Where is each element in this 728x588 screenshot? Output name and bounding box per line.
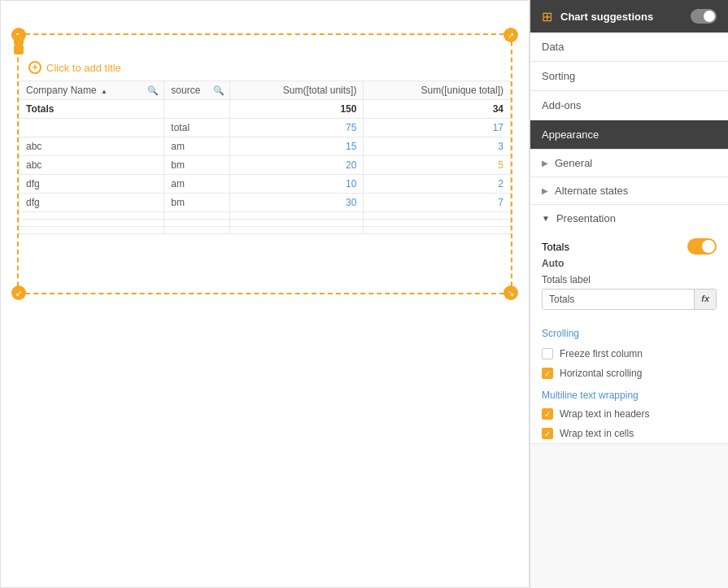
- table-row: [20, 212, 511, 220]
- table-row: abc bm 20 5: [20, 156, 511, 175]
- row1-sum-total: 75: [230, 119, 364, 137]
- handle-top-center[interactable]: [14, 35, 24, 45]
- handle-bottom-right[interactable]: ↘: [503, 285, 518, 300]
- table-row: [20, 220, 511, 227]
- nav-item-addons[interactable]: Add-ons: [530, 91, 728, 120]
- panel-header: ⊞ Chart suggestions: [530, 0, 728, 33]
- search-icon-company[interactable]: 🔍: [147, 85, 159, 96]
- accordion-general: ▶ General: [530, 150, 728, 177]
- accordion-alternate-states-label: Alternate states: [555, 185, 628, 197]
- nav-item-appearance[interactable]: Appearance: [530, 120, 728, 150]
- chevron-right-icon-2: ▶: [542, 186, 548, 195]
- col-sum-total-label: Sum([total units]): [283, 85, 357, 96]
- table-row: abc am 15 3: [20, 137, 511, 156]
- table-row: dfg bm 30 7: [20, 194, 511, 212]
- right-panel: ⊞ Chart suggestions Data Sorting Add-ons…: [530, 0, 728, 588]
- col-company-name: Company Name ▲ 🔍: [20, 81, 164, 100]
- row4-source: am: [164, 175, 230, 194]
- wrap-headers-row: ✓ Wrap text in headers: [530, 404, 728, 424]
- row4-sum-total: 10: [230, 175, 364, 194]
- table-row: dfg am 10 2: [20, 175, 511, 194]
- totals-toggle-label: Totals: [542, 241, 569, 253]
- row2-sum-total: 15: [230, 137, 364, 156]
- col-source-label: source: [171, 85, 200, 96]
- col-source: source 🔍: [164, 81, 230, 100]
- panel-title: Chart suggestions: [560, 11, 682, 23]
- totals-label-section: Totals label fx: [542, 274, 717, 310]
- row5-company: dfg: [20, 194, 164, 212]
- row3-source: bm: [164, 156, 230, 175]
- handle-top-right[interactable]: ↗: [503, 28, 518, 42]
- totals-sum-unique-cell: 34: [364, 100, 511, 119]
- accordion-presentation-label: Presentation: [556, 212, 616, 224]
- chart-canvas: ↖ ↗ ↙ ↘ + Click to add title Company Nam…: [17, 33, 512, 294]
- table-row: [20, 227, 511, 234]
- search-icon-source[interactable]: 🔍: [213, 85, 225, 96]
- row3-sum-unique: 5: [364, 156, 511, 175]
- col-sum-unique: Sum([unique total]): [364, 81, 511, 100]
- scrolling-section-title: Scrolling: [530, 320, 728, 344]
- totals-source-cell: [164, 100, 230, 119]
- totals-toggle[interactable]: [687, 238, 717, 255]
- chevron-right-icon: ▶: [542, 159, 548, 168]
- accordion-presentation-content: Totals Auto Totals label fx: [530, 232, 728, 320]
- wrap-headers-checkbox[interactable]: ✓: [542, 408, 553, 420]
- add-title-icon: +: [28, 61, 41, 74]
- grid-icon: ⊞: [542, 9, 552, 24]
- table-row: total 75 17: [20, 119, 511, 137]
- wrap-cells-row: ✓ Wrap text in cells: [530, 424, 728, 443]
- wrap-headers-label[interactable]: Wrap text in headers: [560, 408, 650, 420]
- col-sum-total: Sum([total units]): [230, 81, 364, 100]
- nav-addons-label: Add-ons: [542, 99, 581, 111]
- nav-item-data[interactable]: Data: [530, 33, 728, 62]
- accordion-general-label: General: [555, 157, 592, 169]
- wrap-cells-checkbox[interactable]: ✓: [542, 428, 553, 439]
- freeze-first-column-checkbox[interactable]: [542, 348, 553, 359]
- horizontal-scrolling-checkbox[interactable]: ✓: [542, 368, 553, 379]
- totals-field-label: Totals label: [542, 274, 717, 285]
- col-sum-unique-label: Sum([unique total]): [421, 85, 503, 96]
- nav-item-sorting[interactable]: Sorting: [530, 62, 728, 91]
- accordion-presentation: ▼ Presentation Totals Auto Totals label …: [530, 205, 728, 444]
- multiline-section-title: Multiline text wrapping: [530, 383, 728, 404]
- handle-bottom-left[interactable]: ↙: [11, 285, 26, 300]
- totals-sum-total-cell: 150: [230, 100, 364, 119]
- data-table: Company Name ▲ 🔍 source 🔍 Sum([total uni…: [19, 81, 511, 234]
- freeze-first-column-label[interactable]: Freeze first column: [560, 348, 643, 359]
- row4-company: dfg: [20, 175, 164, 194]
- totals-input-row: fx: [542, 289, 717, 310]
- totals-input[interactable]: [543, 290, 694, 309]
- row2-sum-unique: 3: [364, 137, 511, 156]
- nav-appearance-label: Appearance: [542, 128, 599, 141]
- chevron-down-icon: ▼: [542, 214, 550, 223]
- col-company-name-label: Company Name: [26, 85, 97, 96]
- freeze-first-column-row: Freeze first column: [530, 344, 728, 364]
- handle-bottom-center[interactable]: [14, 45, 24, 54]
- accordion-presentation-header[interactable]: ▼ Presentation: [530, 205, 728, 232]
- chart-area: ↖ ↗ ↙ ↘ + Click to add title Company Nam…: [0, 0, 530, 588]
- row1-company: [20, 119, 164, 137]
- horizontal-scrolling-row: ✓ Horizontal scrolling: [530, 364, 728, 383]
- horizontal-scrolling-label[interactable]: Horizontal scrolling: [560, 368, 642, 379]
- row2-company: abc: [20, 137, 164, 156]
- chart-title-bar[interactable]: + Click to add title: [19, 54, 511, 81]
- fx-button[interactable]: fx: [694, 290, 716, 309]
- accordion-alternate-states: ▶ Alternate states: [530, 177, 728, 205]
- row5-sum-total: 30: [230, 194, 364, 212]
- totals-toggle-row: Totals: [542, 238, 717, 255]
- wrap-cells-label[interactable]: Wrap text in cells: [560, 428, 634, 439]
- row1-sum-unique: 17: [364, 119, 511, 137]
- totals-row: Totals 150 34: [20, 100, 511, 119]
- sort-icon: ▲: [101, 88, 107, 95]
- accordion-general-header[interactable]: ▶ General: [530, 150, 728, 176]
- row5-source: bm: [164, 194, 230, 212]
- totals-label-cell: Totals: [20, 100, 164, 119]
- row5-sum-unique: 7: [364, 194, 511, 212]
- row4-sum-unique: 2: [364, 175, 511, 194]
- panel-toggle[interactable]: [691, 9, 717, 24]
- accordion-alternate-states-header[interactable]: ▶ Alternate states: [530, 177, 728, 204]
- table-header-row: Company Name ▲ 🔍 source 🔍 Sum([total uni…: [20, 81, 511, 100]
- row1-source: total: [164, 119, 230, 137]
- totals-auto-label: Auto: [542, 258, 717, 269]
- chart-title-text: Click to add title: [46, 62, 121, 74]
